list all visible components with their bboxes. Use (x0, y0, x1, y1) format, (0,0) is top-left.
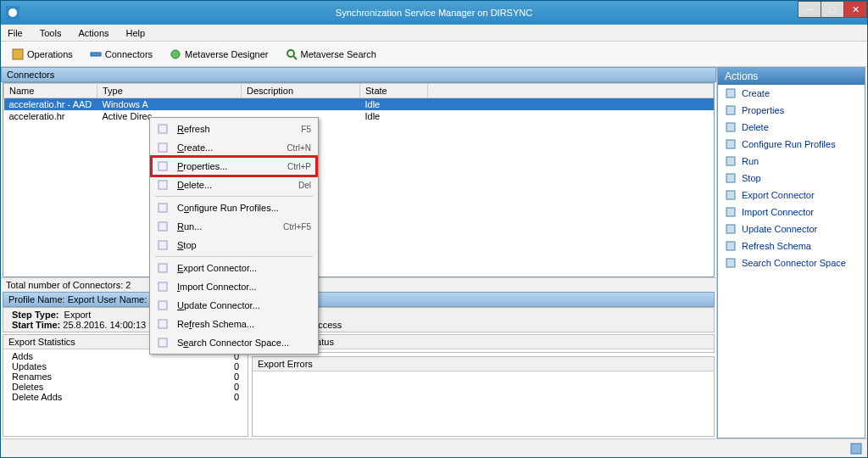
action-icon (725, 172, 737, 184)
svg-rect-30 (159, 338, 167, 347)
connection-status-panel: Connection Status (252, 334, 715, 353)
actions-panel: Actions CreatePropertiesDeleteConfigure … (717, 67, 865, 438)
action-item[interactable]: Delete (718, 119, 865, 136)
stats-row: Updates0 (8, 361, 242, 371)
svg-point-5 (287, 50, 294, 57)
action-item[interactable]: Configure Run Profiles (718, 136, 865, 153)
table-row[interactable]: acceleratio.hr - AADWindows AIdle (4, 98, 714, 111)
svg-rect-26 (159, 264, 167, 272)
svg-rect-28 (159, 301, 167, 310)
context-menu-item[interactable]: Refresh Schema... (152, 315, 316, 333)
stats-row: Delete Adds0 (8, 392, 242, 402)
col-type[interactable]: Type (97, 84, 242, 98)
col-description[interactable]: Description (242, 84, 360, 98)
app-icon (6, 6, 19, 20)
svg-rect-15 (726, 225, 735, 233)
action-item[interactable]: Import Connector (718, 204, 865, 221)
menu-tools[interactable]: Tools (36, 26, 65, 40)
context-menu-item[interactable]: Export Connector... (152, 259, 316, 277)
svg-rect-27 (159, 282, 167, 291)
minimize-button[interactable]: ─ (798, 1, 821, 18)
operations-icon (12, 48, 24, 60)
svg-rect-22 (159, 181, 167, 189)
maximize-button[interactable]: □ (821, 1, 844, 18)
profile-bar: Profile Name: Export User Name: DIRSY (3, 292, 715, 307)
context-menu-item[interactable]: Stop (152, 236, 316, 254)
connectors-table[interactable]: Name Type Description State acceleratio.… (3, 83, 714, 122)
context-menu-item[interactable]: Delete...Del (152, 176, 316, 194)
status-icon (850, 443, 862, 455)
tab-metaverse-search[interactable]: Metaverse Search (278, 45, 384, 64)
content-area: Connectors Name Type Description State a… (1, 67, 867, 438)
stats-row: Deletes0 (8, 382, 242, 392)
close-button[interactable]: ✕ (843, 1, 867, 18)
menu-item-icon (157, 318, 169, 330)
svg-rect-7 (726, 89, 735, 98)
svg-rect-9 (726, 123, 735, 131)
window-title: Synchronization Service Manager on DIRSY… (336, 8, 532, 18)
mv-search-icon (286, 48, 298, 60)
stats-row: Renames0 (8, 371, 242, 382)
connectors-icon (90, 48, 102, 60)
svg-rect-12 (726, 174, 735, 182)
svg-rect-3 (91, 53, 101, 56)
action-item[interactable]: Stop (718, 170, 865, 187)
context-menu-item[interactable]: RefreshF5 (152, 120, 316, 138)
action-icon (725, 240, 737, 252)
menu-help[interactable]: Help (123, 26, 149, 40)
context-menu-item[interactable]: Import Connector... (152, 277, 316, 296)
action-icon (725, 257, 737, 269)
menu-item-icon (157, 123, 169, 135)
title-bar: Synchronization Service Manager on DIRSY… (1, 1, 867, 25)
menu-item-icon (157, 142, 169, 154)
svg-rect-10 (726, 140, 735, 148)
context-menu: RefreshF5Create...Ctrl+NProperties...Ctr… (149, 117, 319, 355)
status-bar (1, 438, 867, 457)
svg-rect-18 (851, 444, 861, 454)
run-info: Step Type: Export Start Time: 25.8.2016.… (3, 307, 715, 332)
col-state[interactable]: State (360, 84, 428, 98)
action-icon (725, 87, 737, 99)
context-menu-item[interactable]: Run...Ctrl+F5 (152, 217, 316, 236)
tab-metaverse-designer[interactable]: Metaverse Designer (162, 45, 275, 64)
svg-rect-19 (159, 125, 167, 133)
context-menu-item[interactable]: Configure Run Profiles... (152, 198, 316, 217)
action-icon (725, 206, 737, 218)
action-item[interactable]: Refresh Schema (718, 237, 865, 254)
action-item[interactable]: Search Connector Space (718, 254, 865, 271)
svg-rect-20 (159, 143, 167, 152)
menu-bar: File Tools Actions Help (1, 25, 867, 42)
menu-actions[interactable]: Actions (75, 26, 112, 40)
context-menu-item[interactable]: Properties...Ctrl+P (152, 157, 316, 176)
svg-rect-24 (159, 222, 167, 231)
menu-item-icon (157, 202, 169, 214)
svg-point-1 (8, 8, 17, 17)
action-item[interactable]: Create (718, 85, 865, 102)
menu-item-icon (157, 262, 169, 274)
svg-rect-21 (159, 162, 167, 170)
action-item[interactable]: Export Connector (718, 187, 865, 204)
menu-item-icon (157, 239, 169, 251)
context-menu-item[interactable]: Create...Ctrl+N (152, 138, 316, 157)
context-menu-item[interactable]: Search Connector Space... (152, 333, 316, 352)
connectors-total: Total number of Connectors: 2 (1, 277, 716, 292)
svg-rect-16 (726, 242, 735, 250)
action-item[interactable]: Update Connector (718, 221, 865, 237)
tab-operations[interactable]: Operations (4, 45, 81, 64)
col-name[interactable]: Name (4, 84, 97, 98)
connection-status-header: Connection Status (253, 335, 714, 349)
tab-connectors[interactable]: Connectors (82, 45, 160, 64)
action-icon (725, 138, 737, 150)
svg-rect-11 (726, 157, 735, 165)
menu-item-icon (157, 337, 169, 349)
toolbar: Operations Connectors Metaverse Designer… (1, 42, 867, 67)
action-item[interactable]: Properties (718, 102, 865, 119)
svg-rect-25 (159, 241, 167, 249)
table-row[interactable]: acceleratio.hrActive DirecIdle (4, 110, 714, 122)
svg-rect-13 (726, 191, 735, 199)
action-icon (725, 223, 737, 235)
menu-file[interactable]: File (4, 26, 26, 40)
context-menu-item[interactable]: Update Connector... (152, 296, 316, 315)
action-item[interactable]: Run (718, 153, 865, 170)
svg-rect-8 (726, 106, 735, 114)
